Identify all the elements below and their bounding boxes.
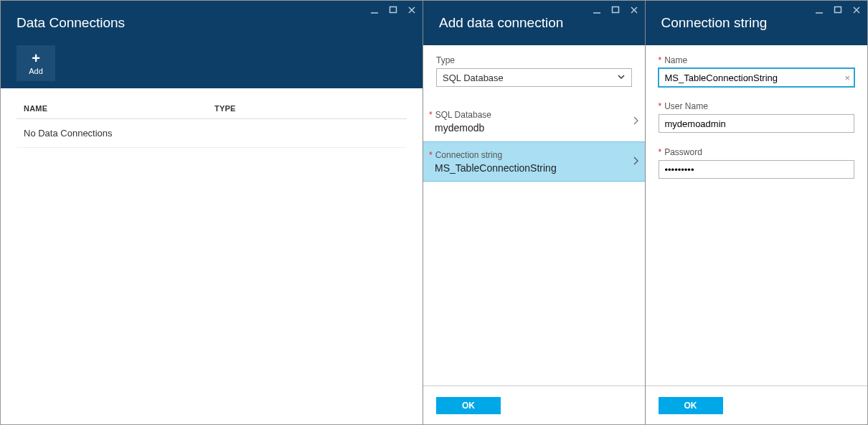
chevron-right-icon: [632, 116, 639, 128]
minimize-icon[interactable]: [369, 5, 379, 15]
connstr-label: Connection string: [435, 150, 502, 160]
type-select[interactable]: SQL Database: [436, 68, 631, 87]
blade-header: Add data connection: [423, 1, 644, 45]
required-marker: *: [429, 110, 433, 120]
add-button[interactable]: + Add: [16, 45, 55, 81]
azure-portal-blades: Data Connections + Add NAME TYPE No Data…: [0, 0, 868, 425]
col-type: TYPE: [214, 104, 400, 113]
empty-row: No Data Connections: [16, 119, 407, 148]
add-label: Add: [29, 67, 43, 75]
blade-title: Data Connections: [1, 1, 423, 45]
maximize-icon[interactable]: [833, 5, 843, 15]
password-input[interactable]: [659, 160, 854, 179]
blade-header: Connection string: [646, 1, 867, 45]
blade-body: *Name × *User Name *Password: [646, 45, 867, 386]
maximize-icon[interactable]: [610, 5, 621, 15]
username-input[interactable]: [659, 114, 854, 133]
chevron-down-icon: [617, 73, 626, 83]
ok-button[interactable]: OK: [436, 397, 501, 414]
field-name: *Name ×: [659, 55, 854, 87]
required-marker: *: [659, 101, 662, 111]
minimize-icon[interactable]: [592, 5, 602, 15]
field-username: *User Name: [659, 101, 854, 133]
grid-header: NAME TYPE: [16, 98, 407, 119]
svg-rect-9: [835, 7, 841, 13]
window-controls: [369, 5, 417, 15]
window-controls: [592, 5, 639, 15]
sqldb-label: SQL Database: [435, 110, 491, 120]
toolbar: + Add: [1, 45, 423, 88]
window-controls: [814, 5, 862, 15]
blade-header: Data Connections + Add: [1, 1, 423, 88]
svg-rect-5: [612, 7, 618, 13]
connstr-value: MS_TableConnectionString: [429, 162, 557, 174]
close-icon[interactable]: [407, 5, 417, 15]
blade-body: Type SQL Database *SQL Database mydemodb: [423, 45, 644, 386]
minimize-icon[interactable]: [814, 5, 824, 15]
user-label: User Name: [664, 101, 708, 111]
name-label: Name: [664, 55, 687, 65]
pwd-label: Password: [664, 147, 702, 157]
type-label: Type: [436, 55, 631, 65]
blade-footer: OK: [423, 386, 644, 424]
col-name: NAME: [24, 104, 214, 113]
type-value: SQL Database: [443, 73, 504, 83]
plus-icon: +: [32, 51, 40, 65]
required-marker: *: [659, 55, 662, 65]
blade-data-connections: Data Connections + Add NAME TYPE No Data…: [1, 1, 423, 424]
required-marker: *: [429, 150, 433, 160]
ok-button[interactable]: OK: [659, 397, 723, 414]
blade-add-connection: Add data connection Type SQL Database *S…: [423, 1, 645, 424]
field-type: Type SQL Database: [436, 55, 631, 87]
sqldb-value: mydemodb: [429, 122, 491, 134]
nav-sql-database[interactable]: *SQL Database mydemodb: [423, 101, 644, 141]
name-input[interactable]: [659, 68, 854, 87]
field-password: *Password: [659, 147, 854, 179]
required-marker: *: [659, 147, 662, 157]
maximize-icon[interactable]: [388, 5, 398, 15]
clear-icon[interactable]: ×: [844, 73, 850, 83]
close-icon[interactable]: [852, 5, 862, 15]
nav-connection-string[interactable]: *Connection string MS_TableConnectionStr…: [423, 141, 644, 182]
close-icon[interactable]: [629, 5, 639, 15]
blade-connection-string: Connection string *Name × *User Name *Pa…: [646, 1, 867, 424]
svg-rect-1: [390, 7, 397, 13]
chevron-right-icon: [632, 156, 639, 168]
blade-body: NAME TYPE No Data Connections: [1, 88, 423, 424]
blade-footer: OK: [646, 386, 867, 424]
